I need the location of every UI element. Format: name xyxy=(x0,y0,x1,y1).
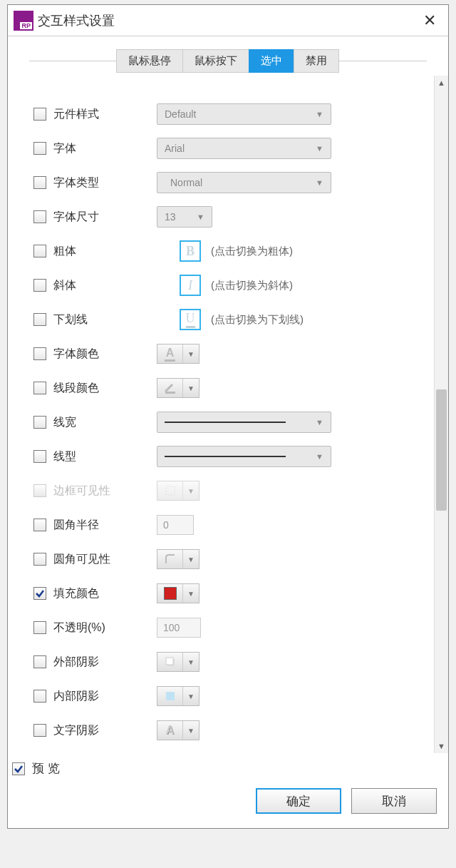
label-corner-radius: 圆角半径 xyxy=(53,518,157,533)
label-widget-style: 元件样式 xyxy=(53,107,157,122)
tab-bar: 鼠标悬停 鼠标按下 选中 禁用 xyxy=(8,36,448,76)
checkbox-font[interactable] xyxy=(33,142,46,155)
scroll-thumb[interactable] xyxy=(436,389,447,511)
label-line-style: 线型 xyxy=(53,449,157,464)
picker-outer-shadow[interactable]: ▼ xyxy=(157,652,200,672)
checkbox-line-color[interactable] xyxy=(33,382,46,394)
properties-pane: 元件样式 Default▼ 字体 Arial▼ 字体类型 Normal▼ 字体尺… xyxy=(14,76,442,753)
select-font-size[interactable]: 13▼ xyxy=(157,206,212,228)
picker-corner-visibility[interactable]: ▼ xyxy=(157,549,200,569)
toggle-underline[interactable]: U xyxy=(180,309,201,330)
checkbox-line-width[interactable] xyxy=(33,416,46,429)
checkbox-font-size[interactable] xyxy=(33,210,46,223)
checkbox-outer-shadow[interactable] xyxy=(33,655,46,668)
checkbox-underline[interactable] xyxy=(33,313,46,326)
label-font-size: 字体尺寸 xyxy=(53,210,157,225)
hint-bold: (点击切换为粗体) xyxy=(211,245,293,258)
picker-inner-shadow[interactable]: ▼ xyxy=(157,686,200,706)
app-icon: RP xyxy=(14,11,33,31)
picker-line-color[interactable]: ▼ xyxy=(157,378,200,398)
close-button[interactable]: ✕ xyxy=(417,8,442,34)
label-text-shadow: 文字阴影 xyxy=(53,723,157,738)
label-corner-visibility: 圆角可见性 xyxy=(53,552,157,567)
checkbox-bold[interactable] xyxy=(33,245,46,257)
select-widget-style[interactable]: Default▼ xyxy=(157,103,331,125)
label-preview: 预 览 xyxy=(32,760,60,777)
checkbox-fill-color[interactable] xyxy=(33,587,46,600)
select-font[interactable]: Arial▼ xyxy=(157,138,331,159)
input-opacity[interactable]: 100 xyxy=(157,618,201,638)
label-bold: 粗体 xyxy=(53,244,157,259)
checkbox-text-shadow[interactable] xyxy=(33,724,46,737)
svg-rect-3 xyxy=(166,658,173,665)
svg-rect-4 xyxy=(166,692,175,700)
svg-rect-1 xyxy=(166,486,175,495)
label-border-visibility: 边框可见性 xyxy=(53,484,157,499)
select-font-type[interactable]: Normal▼ xyxy=(157,172,331,193)
tab-press[interactable]: 鼠标按下 xyxy=(182,49,249,73)
label-font-color: 字体颜色 xyxy=(53,347,157,362)
label-line-color: 线段颜色 xyxy=(53,381,157,396)
tab-selected[interactable]: 选中 xyxy=(249,49,294,73)
interaction-styles-dialog: RP 交互样式设置 ✕ 鼠标悬停 鼠标按下 选中 禁用 元件样式 Default… xyxy=(7,4,449,829)
toggle-bold[interactable]: B xyxy=(180,240,201,262)
label-inner-shadow: 内部阴影 xyxy=(53,689,157,704)
label-outer-shadow: 外部阴影 xyxy=(53,655,157,670)
picker-border-visibility: ▼ xyxy=(157,481,200,501)
input-corner-radius[interactable]: 0 xyxy=(157,515,194,535)
svg-rect-0 xyxy=(165,392,175,394)
label-underline: 下划线 xyxy=(53,312,157,327)
label-fill-color: 填充颜色 xyxy=(53,586,157,601)
checkbox-opacity[interactable] xyxy=(33,621,46,634)
dialog-title: 交互样式设置 xyxy=(38,12,417,29)
picker-text-shadow[interactable]: A▼ xyxy=(157,720,200,740)
hint-italic: (点击切换为斜体) xyxy=(211,279,293,292)
label-font: 字体 xyxy=(53,141,157,156)
scroll-up-button[interactable]: ▲ xyxy=(435,76,448,90)
label-opacity: 不透明(%) xyxy=(53,621,157,635)
ok-button[interactable]: 确定 xyxy=(256,788,341,814)
select-line-style[interactable]: ▼ xyxy=(157,446,331,467)
checkbox-font-color[interactable] xyxy=(33,347,46,360)
picker-fill-color[interactable]: ▼ xyxy=(157,583,200,603)
checkbox-preview[interactable] xyxy=(12,762,25,775)
checkbox-widget-style[interactable] xyxy=(33,108,46,121)
checkbox-font-type[interactable] xyxy=(33,176,46,189)
label-italic: 斜体 xyxy=(53,278,157,293)
titlebar: RP 交互样式设置 ✕ xyxy=(8,5,448,36)
checkbox-corner-visibility[interactable] xyxy=(33,553,46,566)
select-line-width[interactable]: ▼ xyxy=(157,412,331,433)
toggle-italic[interactable]: I xyxy=(180,275,201,296)
label-font-type: 字体类型 xyxy=(53,175,157,190)
hint-underline: (点击切换为下划线) xyxy=(211,313,304,327)
checkbox-corner-radius[interactable] xyxy=(33,519,46,531)
checkbox-inner-shadow[interactable] xyxy=(33,690,46,703)
checkbox-italic[interactable] xyxy=(33,279,46,292)
cancel-button[interactable]: 取消 xyxy=(351,788,437,814)
scroll-down-button[interactable]: ▼ xyxy=(435,739,448,753)
checkbox-border-visibility xyxy=(33,484,46,497)
picker-font-color[interactable]: A▼ xyxy=(157,344,200,364)
tab-disabled[interactable]: 禁用 xyxy=(294,49,339,73)
swatch-fill-color xyxy=(164,587,177,600)
tab-hover[interactable]: 鼠标悬停 xyxy=(116,49,183,73)
label-line-width: 线宽 xyxy=(53,415,157,430)
scrollbar[interactable]: ▲ ▼ xyxy=(434,76,448,753)
checkbox-line-style[interactable] xyxy=(33,450,46,463)
